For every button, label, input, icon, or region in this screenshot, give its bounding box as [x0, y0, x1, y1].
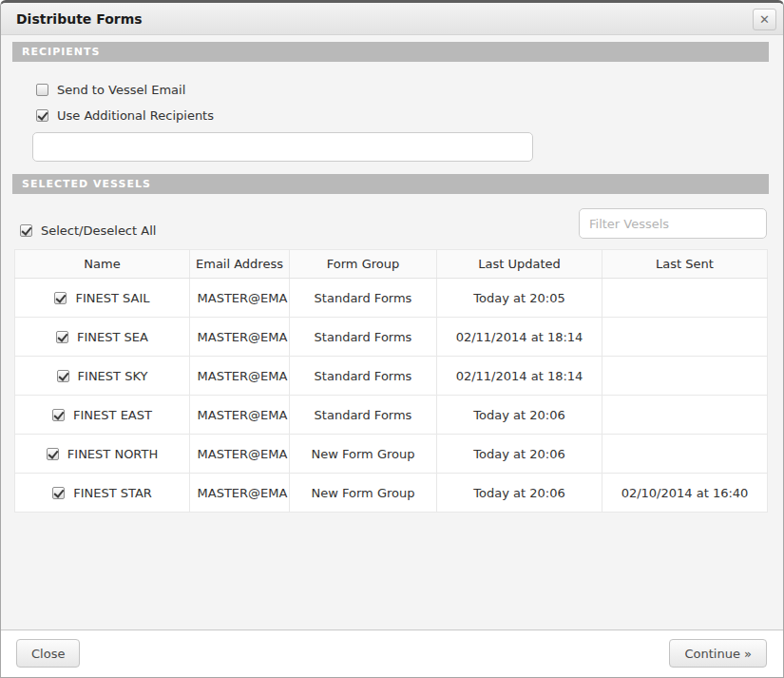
dialog-body: RECIPIENTS Send to Vessel Email Use Addi… — [1, 35, 783, 630]
vessels-table: NameEmail AddressForm GroupLast UpdatedL… — [14, 249, 768, 513]
vessel-name-cell: FINEST STAR — [15, 474, 190, 513]
vessel-name: FINEST NORTH — [67, 447, 158, 461]
vessel-name: FINEST SKY — [78, 369, 148, 383]
dialog-title: Distribute Forms — [16, 11, 143, 27]
vessel-last-updated-cell: Today at 20:06 — [437, 435, 602, 474]
column-header: Form Group — [290, 250, 437, 279]
vessel-last-sent-cell — [602, 318, 768, 357]
use-additional-recipients-label: Use Additional Recipients — [57, 108, 214, 123]
use-additional-recipients-row: Use Additional Recipients — [36, 108, 783, 123]
vessel-email-cell: MASTER@EMA — [190, 318, 290, 357]
vessel-form-group-cell: New Form Group — [290, 474, 437, 513]
vessel-checkbox[interactable] — [52, 487, 65, 499]
additional-recipients-input[interactable] — [32, 132, 533, 162]
vessel-email-cell: MASTER@EMA — [190, 357, 290, 396]
vessel-form-group-cell: Standard Forms — [290, 357, 437, 396]
vessel-email-cell: MASTER@EMA — [190, 279, 290, 318]
close-icon[interactable]: ✕ — [753, 9, 776, 30]
vessel-checkbox[interactable] — [54, 292, 67, 304]
vessel-checkbox[interactable] — [52, 409, 65, 421]
vessel-checkbox[interactable] — [47, 448, 59, 460]
vessel-last-sent-cell — [602, 279, 768, 318]
column-header: Email Address — [190, 250, 290, 279]
send-to-vessel-row: Send to Vessel Email — [36, 83, 783, 97]
vessel-checkbox[interactable] — [56, 331, 68, 343]
selected-vessels-section-title: SELECTED VESSELS — [22, 178, 151, 190]
vessel-last-updated-cell: Today at 20:05 — [437, 279, 602, 318]
send-to-vessel-label: Send to Vessel Email — [57, 83, 185, 97]
table-row: FINEST SEAMASTER@EMAStandard Forms02/11/… — [15, 318, 768, 357]
vessel-last-updated-cell: Today at 20:06 — [437, 474, 602, 513]
vessels-table-body: FINEST SAILMASTER@EMAStandard FormsToday… — [15, 279, 768, 513]
column-header: Last Sent — [602, 250, 768, 279]
vessel-email-cell: MASTER@EMA — [190, 435, 290, 474]
table-row: FINEST EASTMASTER@EMAStandard FormsToday… — [15, 396, 768, 435]
vessel-name: FINEST EAST — [73, 408, 152, 422]
close-button[interactable]: Close — [16, 639, 80, 668]
vessel-name-cell: FINEST EAST — [15, 396, 190, 435]
select-all-row: Select/Deselect All — [20, 223, 156, 238]
select-all-checkbox[interactable] — [20, 224, 32, 237]
vessel-form-group-cell: New Form Group — [290, 435, 437, 474]
vessel-form-group-cell: Standard Forms — [290, 396, 437, 435]
vessel-name-cell: FINEST SKY — [15, 357, 190, 396]
table-row: FINEST NORTHMASTER@EMANew Form GroupToda… — [15, 435, 768, 474]
table-row: FINEST STARMASTER@EMANew Form GroupToday… — [15, 474, 768, 513]
vessel-last-updated-cell: 02/11/2014 at 18:14 — [437, 318, 602, 357]
vessel-form-group-cell: Standard Forms — [290, 279, 437, 318]
vessel-form-group-cell: Standard Forms — [290, 318, 437, 357]
vessel-name-cell: FINEST NORTH — [15, 435, 190, 474]
use-additional-recipients-checkbox[interactable] — [36, 109, 48, 122]
vessel-email-cell: MASTER@EMA — [190, 474, 290, 513]
vessels-table-header-row: NameEmail AddressForm GroupLast UpdatedL… — [15, 250, 768, 279]
table-row: FINEST SKYMASTER@EMAStandard Forms02/11/… — [15, 357, 768, 396]
vessel-last-sent-cell — [602, 357, 768, 396]
filter-vessels-input[interactable] — [579, 208, 767, 239]
vessel-last-updated-cell: Today at 20:06 — [437, 396, 602, 435]
dialog-footer: Close Continue » — [1, 630, 783, 677]
selected-vessels-section-header: SELECTED VESSELS — [12, 174, 769, 194]
recipients-section-header: RECIPIENTS — [12, 42, 769, 62]
distribute-forms-dialog: Distribute Forms ✕ RECIPIENTS Send to Ve… — [0, 0, 784, 678]
dialog-titlebar: Distribute Forms ✕ — [1, 3, 783, 35]
recipients-section-title: RECIPIENTS — [22, 46, 100, 58]
vessel-last-sent-cell: 02/10/2014 at 16:40 — [602, 474, 768, 513]
vessel-name: FINEST STAR — [73, 486, 152, 500]
vessel-controls-row: Select/Deselect All — [1, 194, 783, 249]
vessel-checkbox[interactable] — [57, 370, 69, 382]
continue-button[interactable]: Continue » — [669, 639, 767, 668]
vessel-last-updated-cell: 02/11/2014 at 18:14 — [437, 357, 602, 396]
vessel-name: FINEST SAIL — [75, 291, 149, 305]
vessel-last-sent-cell — [602, 396, 768, 435]
vessel-name: FINEST SEA — [77, 330, 148, 344]
select-all-label: Select/Deselect All — [41, 223, 156, 238]
column-header: Name — [15, 250, 190, 279]
table-row: FINEST SAILMASTER@EMAStandard FormsToday… — [15, 279, 768, 318]
vessel-name-cell: FINEST SEA — [15, 318, 190, 357]
vessel-name-cell: FINEST SAIL — [15, 279, 190, 318]
column-header: Last Updated — [437, 250, 602, 279]
send-to-vessel-checkbox[interactable] — [36, 84, 48, 96]
vessel-last-sent-cell — [602, 435, 768, 474]
vessel-email-cell: MASTER@EMA — [190, 396, 290, 435]
